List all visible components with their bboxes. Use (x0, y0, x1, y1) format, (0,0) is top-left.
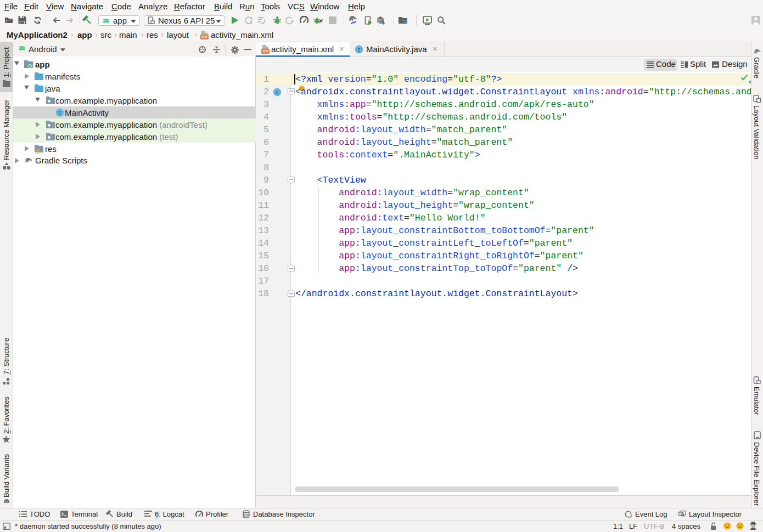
svg-text:c: c (58, 109, 61, 116)
svg-text:<>: <> (201, 35, 207, 39)
svg-text:<>: <> (262, 49, 268, 54)
svg-text:c: c (357, 46, 360, 53)
svg-text:c: c (276, 89, 278, 95)
svg-text:A: A (249, 20, 253, 25)
